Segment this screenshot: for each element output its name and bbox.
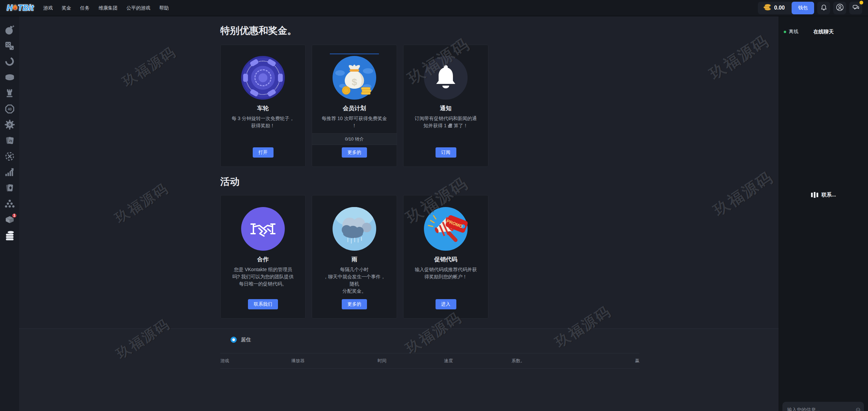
live-table-header: 游戏 播放器 时间 速度 系数。 赢 [220,353,639,369]
coins-stack-icon [4,230,15,241]
bell-illustration-icon [424,56,468,100]
rain-illustration-icon [333,207,376,251]
bell-icon [820,4,827,12]
wallet-widget[interactable]: 0.00 钱包 [758,2,814,14]
svg-text:21: 21 [9,139,13,143]
user-icon [836,3,844,12]
chat-panel: 离线 在线聊天 联系... ☺ [779,16,868,411]
games-sidebar: 40 21 1 [0,16,19,411]
chat-loading: 联系... [779,192,868,198]
sidebar-item-roulette[interactable] [0,148,19,164]
card-description: 订阅带有促销代码和新闻的通 知并获得 1算了！ [415,115,477,130]
live-tab[interactable]: 居住 [220,335,639,344]
col-time: 时间 [378,358,444,364]
menu-item-fair-games[interactable]: 公平的游戏 [122,0,155,16]
bomb-icon [4,25,15,35]
chart-up-icon [4,167,15,177]
card-title: 促销代码 [434,255,457,263]
col-win: 赢 [593,358,639,364]
rain-more-button[interactable]: 更多的 [342,299,367,309]
dice-icon [4,41,15,51]
sidebar-item-dice[interactable] [0,38,19,53]
section-title-activities: 活动 [220,176,488,188]
card-description: 每隔几个小时 ，聊天中就会发生一个事件， 随机 分配奖金。 [323,266,385,295]
balance-amount: 0.00 [774,5,785,11]
col-coefficient: 系数。 [512,358,593,364]
loader-bars-icon [811,192,818,198]
card-rain: 雨 每隔几个小时 ，聊天中就会发生一个事件， 随机 分配奖金。 更多的 [312,195,397,319]
subscribe-button[interactable]: 订阅 [436,147,456,158]
promo-illustration-icon: PROMO [424,207,468,251]
chat-input-wrap: ☺ [782,402,864,411]
menu-item-games[interactable]: 游戏 [39,0,57,16]
logo-text-rest: TBit [18,3,34,13]
menu-item-tasks[interactable]: 任务 [76,0,94,16]
flame-icon [13,3,17,13]
wheel-x-icon [4,151,15,162]
sidebar-item-blackjack[interactable]: 21 [0,133,19,148]
card-description: 输入促销代码或推荐代码并获 得奖励到您的帐户！ [415,266,477,280]
card-description: 每推荐 10 次即可获得免费奖金 ！ [322,115,387,129]
sidebar-item-tower[interactable] [0,85,19,101]
chat-title: 在线聊天 [784,29,863,35]
membership-more-button[interactable]: 更多的 [342,147,367,158]
notification-dot [859,1,863,4]
card-title: 雨 [352,255,357,263]
svg-text:40: 40 [8,107,12,111]
notifications-button[interactable] [817,2,830,14]
sidebar-item-bonuses-active[interactable] [0,227,19,243]
profile-button[interactable] [833,2,846,14]
card-title: 合作 [257,255,269,263]
sidebar-item-crash[interactable] [0,22,19,38]
chat-loading-text: 联系... [822,192,836,198]
main-content: 特别优惠和奖金。 车轮 每 3 分钟旋转一次免费轮子， 获得奖励！ [19,16,779,411]
radio-selected-icon[interactable] [231,337,237,343]
sidebar-item-stairs[interactable] [0,164,19,180]
chat-toggle-button[interactable] [849,2,862,14]
hilo-card-icon [4,183,15,193]
referral-progress: 0/10 转介 [312,133,397,145]
menu-item-help[interactable]: 帮助 [155,0,173,16]
sidebar-item-cases[interactable]: 1 [0,212,19,227]
coins-icon [762,4,771,12]
sidebar-item-coinflip[interactable] [0,69,19,85]
keno-40-icon: 40 [4,104,15,114]
sidebar-item-spin[interactable] [0,54,19,69]
logo-text-h: H [7,3,13,13]
emoji-picker-icon[interactable]: ☺ [852,402,864,411]
sidebar-item-hilo[interactable] [0,180,19,196]
sidebar-item-plinko[interactable] [0,196,19,211]
promo-enter-button[interactable]: 进入 [436,299,456,309]
chat-header: 离线 在线聊天 [784,29,863,35]
card-wheel: 车轮 每 3 分钟旋转一次免费轮子， 获得奖励！ 打开 [220,45,306,167]
card-notifications: 通知 订阅带有促销代码和新闻的通 知并获得 1算了！ 订阅 [403,45,488,167]
sidebar-item-wheel[interactable] [0,117,19,132]
card-partner: 合作 您是 VKontakte 组的管理员 吗? 我们可以为您的团队提供 每日唯… [220,195,306,319]
wallet-button[interactable]: 钱包 [792,2,814,14]
col-player: 播放器 [291,358,378,364]
live-bets-section: 居住 游戏 播放器 时间 速度 系数。 赢 [220,335,639,369]
tower-icon [4,88,15,98]
card-title: 会员计划 [343,104,366,112]
chat-bubbles-icon [852,4,860,12]
open-wheel-button[interactable]: 打开 [253,147,274,158]
money-bag-illustration-icon: $ [333,56,376,100]
section-title-offers: 特别优惠和奖金。 [220,25,488,36]
navbar-right: 0.00 钱包 [758,2,862,14]
navbar: HTBit 游戏 奖金 任务 维康集团 公平的游戏 帮助 0.00 钱包 [0,0,868,16]
plinko-icon [4,199,15,209]
menu-item-bonus[interactable]: 奖金 [57,0,76,16]
logo[interactable]: HTBit [7,3,34,13]
sidebar-item-keno40[interactable]: 40 [0,101,19,117]
chat-message-input[interactable] [782,402,852,411]
live-tab-label: 居住 [241,337,251,343]
menu-item-group[interactable]: 维康集团 [94,0,122,16]
gear-icon [4,119,15,130]
main-menu: 游戏 奖金 任务 维康集团 公平的游戏 帮助 [39,0,173,16]
wheel-illustration-icon [241,56,285,100]
contact-us-button[interactable]: 联系我们 [248,299,278,309]
blackjack-21-icon: 21 [4,135,15,146]
card-title: 通知 [440,104,452,112]
card-description: 每 3 分钟旋转一次免费轮子， 获得奖励！ [232,115,294,129]
spinner-icon [4,56,15,67]
